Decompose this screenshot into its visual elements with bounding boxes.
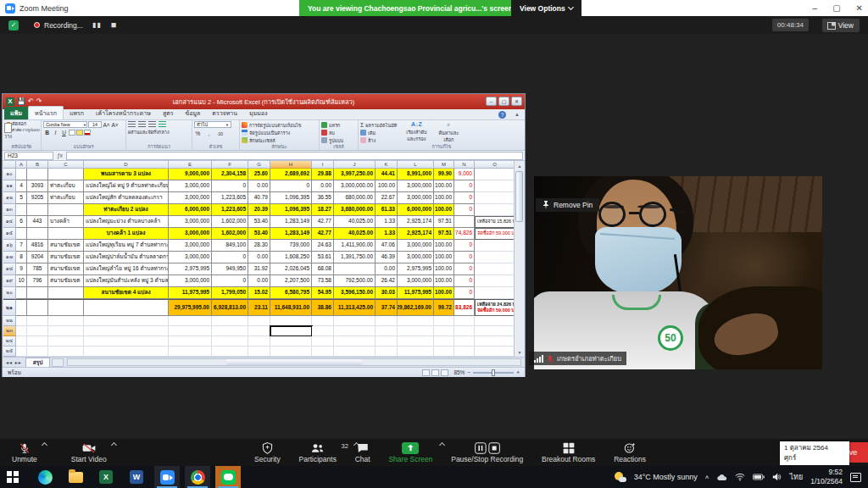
collapse-ribbon-icon[interactable]: ▲ [515,112,520,117]
row-header-๒๑[interactable]: ๒๑ [3,299,16,316]
cell-E-๑๐[interactable]: 9,000,000 [169,169,212,180]
cell-F-๒๐[interactable]: 1,799,050 [212,287,248,299]
cell-L-๑๒[interactable]: 3,000,000 [398,192,434,204]
cell-E-๑๔[interactable]: 3,000,000 [169,216,212,228]
cell-C-๑๐[interactable] [48,169,84,180]
column-header-I[interactable]: I [312,161,334,169]
cell-G-๑๒[interactable]: 40.79 [248,192,270,204]
cell-B-๑๒[interactable]: 9205 [27,192,48,204]
cell-O-๑๙[interactable] [475,275,515,287]
vertical-scrollbar[interactable]: ▲ ▼ [514,161,524,357]
row-header-๑๙[interactable]: ๑๙ [3,275,16,287]
row-header-๑๑[interactable]: ๑๑ [3,180,16,192]
start-button[interactable] [0,466,25,488]
cell-B-๑๘[interactable]: 785 [27,263,48,275]
cell-F-๑๕[interactable]: 1,602,000 [212,228,248,240]
cell-F-๑๖[interactable]: 849,100 [212,240,248,252]
fill-color-button[interactable] [76,130,83,136]
cell-D-๒๕[interactable] [84,347,169,357]
new-sheet-tab[interactable] [52,358,64,367]
cell-I-๒๐[interactable]: 54.95 [312,287,334,299]
cell-F-๒๓[interactable] [212,326,248,336]
meeting-info-shield-icon[interactable]: ✓ [8,20,19,30]
cell-E-๒๒[interactable] [169,316,212,326]
cell-D-๑๘[interactable]: แปลงใหญ่ลำไย หมู่ 16 ตำบลท่ากระดาน [84,263,169,275]
cell-L-๒๔[interactable] [398,336,434,347]
cell-J-๒๐[interactable]: 3,596,150.00 [334,287,376,299]
cell-F-๑๔[interactable]: 1,602,000 [212,216,248,228]
battery-icon[interactable] [753,474,765,480]
redo-icon[interactable]: ↷ [36,98,42,105]
tab-home[interactable]: หน้าแรก [28,106,64,119]
taskbar-file-explorer[interactable] [63,466,88,488]
cell-E-๑๖[interactable]: 3,000,000 [169,240,212,252]
select-all-corner[interactable] [3,161,16,169]
cell-C-๑๘[interactable]: สนามชัยเขต [48,263,84,275]
fill-button[interactable]: เติม [360,129,397,136]
cell-M-๑๐[interactable]: 99.90 [434,169,454,180]
cell-N-๑๘[interactable]: 0 [454,263,475,275]
cell-A-๒๐[interactable] [16,287,27,299]
sort-filter-button[interactable]: A↓Zเรียงลำดับและกรอง [402,121,431,144]
cell-C-๒๐[interactable] [48,287,84,299]
share-screen-button[interactable]: Share Screen [388,439,432,466]
cell-K-๑๐[interactable]: 44.41 [376,169,398,180]
conditional-formatting-button[interactable]: การจัดรูปแบบตามเงื่อนไข [242,121,317,129]
maximize-button[interactable]: ▢ [832,3,840,13]
underline-button[interactable]: U [60,130,68,136]
onedrive-icon[interactable] [716,474,727,481]
cell-D-๒๓[interactable] [84,326,169,336]
cell-E-๒๕[interactable] [169,347,212,357]
cell-D-๑๑[interactable]: แปลงใหญ่ไผ่ หมู่ 9 ตำบลท่าตะเกียบ [84,180,169,192]
security-button[interactable]: Security [254,439,281,466]
cell-E-๑๑[interactable]: 3,000,000 [169,180,212,192]
chevron-up-icon[interactable] [42,442,47,448]
cell-D-๑๕[interactable]: บางคล้า 1 แปลง [84,228,169,240]
font-name-select[interactable]: Cordia New▼ [43,121,87,128]
bold-button[interactable]: B [43,130,51,136]
cell-K-๑๔[interactable]: 1.33 [376,216,398,228]
cell-K-๑๗[interactable]: 46.39 [376,252,398,263]
cell-A-๑๕[interactable] [16,228,27,240]
taskbar-word[interactable]: W [124,466,149,488]
tab-view[interactable]: มุมมอง [243,107,273,119]
cell-M-๑๑[interactable]: 100.00 [434,180,454,192]
cell-K-๒๑[interactable]: 37.74 [376,299,398,316]
cell-K-๒๒[interactable] [376,316,398,326]
cell-G-๑๙[interactable]: 0.00 [248,275,270,287]
taskbar-edge[interactable] [32,466,58,488]
cell-B-๑๕[interactable] [27,228,48,240]
cell-B-๑๓[interactable] [27,204,48,216]
cell-L-๑๑[interactable]: 3,000,000 [398,180,434,192]
cell-M-๑๔[interactable]: 97.51 [434,216,454,228]
cell-H-๑๒[interactable]: 1,096,395 [270,192,312,204]
cell-J-๒๔[interactable] [334,336,376,347]
cell-K-๒๕[interactable] [376,347,398,357]
cell-H-๒๒[interactable] [270,316,312,326]
cell-H-๑๕[interactable]: 1,283,149 [270,228,312,240]
taskbar-line[interactable] [215,466,241,488]
breakout-rooms-button[interactable]: Breakout Rooms [542,439,595,466]
cell-F-๑๓[interactable]: 1,223,605 [212,204,248,216]
page-layout-view-icon[interactable] [431,369,439,376]
cell-M-๒๐[interactable]: 100.00 [434,287,454,299]
zoom-in-button[interactable]: + [516,369,520,375]
cell-E-๒๓[interactable] [169,326,212,336]
cell-A-๑๘[interactable]: 9 [16,263,27,275]
cell-O-๑๖[interactable] [475,240,515,252]
row-header-๑๔[interactable]: ๑๔ [3,216,16,228]
align-top-icon[interactable] [128,121,136,127]
page-break-view-icon[interactable] [441,369,448,376]
column-header-O[interactable]: O [475,161,515,169]
cell-H-๑๑[interactable]: 0 [270,180,312,192]
cell-A-๑๑[interactable]: 4 [16,180,27,192]
cell-B-๑๐[interactable] [27,169,48,180]
cell-D-๑๔[interactable]: แปลงใหญ่มะม่วง ตำบลบางคล้า [84,216,169,228]
tab-page-layout[interactable]: เค้าโครงหน้ากระดาษ [90,107,157,119]
reactions-button[interactable]: Reactions [614,439,646,466]
cell-L-๑๗[interactable]: 3,000,000 [398,252,434,263]
cell-J-๒๓[interactable] [334,326,376,336]
merge-center-button[interactable]: ผสานและจัดกึ่งกลาง [128,130,190,136]
cell-L-๑๓[interactable]: 6,000,000 [398,204,434,216]
cell-D-๑๒[interactable]: แปลงใหญ่สัก ตำบลคลองตะเกรา [84,192,169,204]
